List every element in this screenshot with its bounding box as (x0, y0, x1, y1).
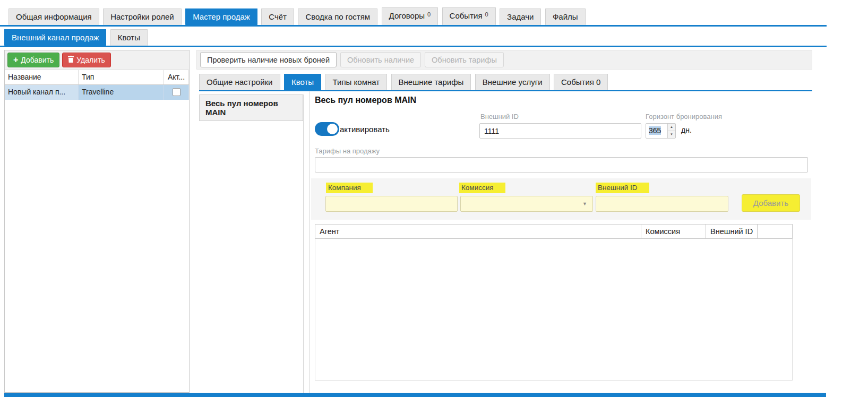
column-header-active[interactable]: Акт... (164, 70, 189, 84)
channel-tabbar: Внешний канал продаж Квоты (0, 27, 868, 47)
agent-external-id-input[interactable] (596, 196, 728, 212)
tab-contracts-label: Договоры (389, 11, 425, 20)
commission-select[interactable]: ▼ (460, 196, 593, 212)
channels-toolbar: + Добавить Удалить (5, 50, 189, 70)
tab-external-tariffs[interactable]: Внешние тарифы (391, 74, 471, 90)
booking-horizon-spinner[interactable]: 365 ▲ ▼ (646, 123, 676, 139)
activate-toggle[interactable] (315, 122, 339, 136)
column-header-type[interactable]: Тип (79, 70, 164, 84)
app-window: Общая информация Настройки ролей Мастер … (0, 0, 868, 397)
toggle-knob (327, 124, 338, 134)
column-header-empty (758, 225, 792, 238)
channels-grid-header: Название Тип Акт... (5, 70, 189, 85)
add-channel-label: Добавить (21, 56, 54, 64)
tab-sales-master[interactable]: Мастер продаж (185, 8, 257, 25)
agents-table-header: Агент Комиссия Внешний ID (315, 224, 793, 239)
panel-splitter[interactable] (190, 50, 196, 393)
tab-general-settings[interactable]: Общие настройки (199, 74, 280, 90)
sale-tariffs-label: Тарифы на продажу (315, 147, 380, 155)
booking-horizon-unit: дн. (681, 126, 692, 134)
update-availability-button[interactable]: Обновить наличие (340, 52, 421, 67)
spinner-down-icon[interactable]: ▼ (668, 131, 675, 138)
tab-invoice[interactable]: Счёт (261, 8, 294, 25)
channel-detail-panel: Проверить наличие новых броней Обновить … (196, 50, 812, 393)
column-header-agent[interactable]: Агент (315, 225, 641, 238)
tab-external-services[interactable]: Внешние услуги (475, 74, 550, 90)
check-new-bookings-button[interactable]: Проверить наличие новых броней (200, 52, 337, 67)
bottom-accent-strip (4, 393, 826, 397)
tab-quotas[interactable]: Квоты (284, 74, 321, 90)
agent-external-id-label: Внешний ID (596, 183, 649, 193)
agents-table-body (315, 239, 793, 381)
channel-type-cell: Travelline (79, 85, 164, 100)
tab-events[interactable]: События0 (442, 7, 496, 25)
booking-horizon-label: Горизонт бронирования (646, 113, 722, 120)
add-channel-button[interactable]: + Добавить (7, 53, 59, 67)
agents-table: Агент Комиссия Внешний ID (315, 224, 793, 381)
column-header-name[interactable]: Название (5, 70, 79, 84)
column-header-external-id[interactable]: Внешний ID (706, 225, 758, 238)
sale-tariffs-input[interactable] (315, 157, 808, 172)
commission-label: Комиссия (459, 183, 505, 193)
pool-title: Весь пул номеров MAIN (315, 96, 416, 105)
main-tabbar: Общая информация Настройки ролей Мастер … (0, 0, 868, 27)
column-header-commission[interactable]: Комиссия (641, 225, 706, 238)
activate-row: активировать (315, 122, 390, 136)
external-id-input[interactable] (479, 123, 641, 139)
room-pool-list: Весь пул номеров MAIN (199, 94, 304, 393)
activate-label: активировать (340, 125, 390, 134)
channel-row[interactable]: Новый канал п... Travelline (5, 85, 189, 100)
quotas-content: Весь пул номеров MAIN Весь пул номеров M… (196, 91, 812, 393)
tab-contracts-badge: 0 (427, 11, 431, 18)
company-label: Компания (326, 183, 373, 193)
tab-general-info[interactable]: Общая информация (8, 8, 99, 25)
tab-contracts[interactable]: Договоры0 (382, 7, 439, 25)
tab-events-inner[interactable]: События 0 (554, 74, 608, 90)
tab-files[interactable]: Файлы (545, 8, 586, 25)
channels-panel: + Добавить Удалить Название Тип Акт... Н… (4, 50, 190, 393)
plus-icon: + (13, 56, 18, 64)
tab-guest-summary[interactable]: Сводка по гостям (298, 8, 377, 25)
tab-tasks[interactable]: Задачи (500, 8, 541, 25)
spinner-buttons: ▲ ▼ (667, 124, 675, 138)
tab-events-label: События (450, 11, 483, 20)
agent-add-form: Компания Комиссия ▼ Внешний ID Добавить (311, 178, 811, 220)
delete-channel-label: Удалить (76, 56, 105, 64)
tab-quotas-outer[interactable]: Квоты (110, 29, 148, 46)
delete-channel-button[interactable]: Удалить (62, 53, 110, 67)
channel-tabbar-underline (0, 46, 827, 47)
add-agent-button[interactable]: Добавить (742, 194, 800, 212)
pool-detail: Весь пул номеров MAIN активировать Внешн… (309, 91, 812, 393)
company-input[interactable] (325, 196, 458, 212)
tab-external-sales-channel[interactable]: Внешний канал продаж (4, 29, 106, 46)
trash-icon (68, 56, 74, 64)
channel-name-cell: Новый канал п... (5, 85, 79, 100)
tab-role-settings[interactable]: Настройки ролей (103, 8, 182, 25)
settings-tabbar: Общие настройки Квоты Типы комнат Внешни… (196, 74, 812, 91)
spinner-up-icon[interactable]: ▲ (668, 124, 675, 131)
channel-actions-toolbar: Проверить наличие новых броней Обновить … (196, 50, 812, 70)
external-id-label: Внешний ID (480, 113, 519, 120)
booking-horizon-value[interactable]: 365 (649, 126, 661, 135)
chevron-down-icon: ▼ (582, 201, 588, 206)
room-pool-item[interactable]: Весь пул номеров MAIN (199, 94, 303, 121)
update-tariffs-button[interactable]: Обновить тарифы (425, 52, 504, 67)
tab-room-types[interactable]: Типы комнат (325, 74, 388, 90)
channel-active-cell (164, 85, 189, 100)
active-checkbox[interactable] (173, 88, 181, 96)
tab-events-badge: 0 (485, 11, 488, 18)
